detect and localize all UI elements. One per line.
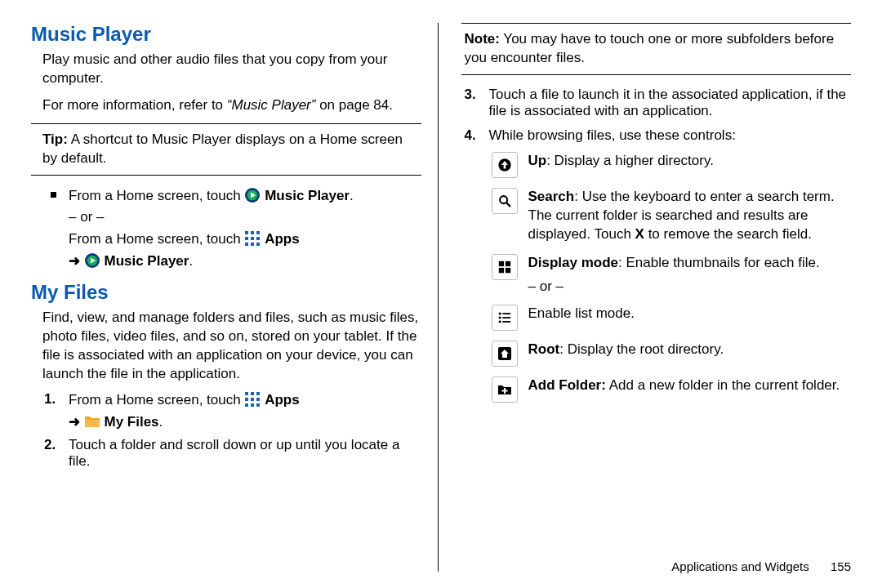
step-number: 1. (44, 391, 56, 408)
text: on page 84. (315, 97, 393, 113)
control-label: Display mode (528, 255, 619, 270)
svg-rect-25 (85, 420, 100, 427)
list-item: 1. From a Home screen, touch Apps ➜ My F… (31, 391, 421, 430)
svg-rect-39 (502, 321, 510, 323)
tip-label: Tip: (42, 131, 68, 147)
text: Touch a folder and scroll down or up unt… (69, 437, 399, 469)
list-item: 2. Touch a folder and scroll down or up … (31, 437, 421, 470)
heading-music-player: Music Player (31, 23, 421, 46)
control-label: Up (528, 153, 547, 168)
control-desc: Add a new folder in the current folder. (606, 377, 840, 393)
or-divider: – or – (528, 278, 852, 296)
text: From a Home screen, touch (69, 392, 244, 408)
control-label: Search (528, 189, 575, 204)
control-desc: : Display a higher directory. (546, 153, 714, 168)
up-icon (492, 152, 518, 178)
body-text: Play music and other audio files that yo… (31, 51, 421, 88)
arrow-icon: ➜ (69, 253, 84, 269)
apps-icon (244, 230, 261, 247)
svg-rect-20 (251, 398, 254, 401)
svg-rect-24 (256, 403, 260, 407)
add-folder-icon (492, 376, 518, 403)
home-root-icon (492, 341, 518, 367)
list-item: 3. Touch a file to launch it in the asso… (461, 87, 852, 119)
text: From a Home screen, touch (69, 188, 244, 203)
svg-rect-5 (251, 231, 254, 234)
svg-rect-22 (245, 403, 248, 407)
step-number: 2. (44, 437, 56, 453)
search-icon (492, 188, 518, 214)
page-footer: Applications and Widgets 155 (671, 559, 851, 573)
text: While browsing files, use these controls… (489, 127, 736, 143)
svg-rect-12 (256, 243, 260, 246)
control-desc: Enable list mode. (528, 305, 635, 321)
note-label: Note: (465, 31, 500, 47)
control-desc: to remove the search field. (644, 226, 812, 242)
control-row: Add Folder: Add a new folder in the curr… (489, 376, 852, 403)
period: . (189, 253, 193, 269)
x-key: X (635, 226, 644, 242)
svg-rect-34 (498, 312, 501, 314)
period: . (159, 414, 163, 430)
svg-rect-16 (245, 392, 248, 395)
svg-rect-19 (245, 398, 248, 401)
list-item: 4. While browsing files, use these contr… (461, 127, 852, 144)
control-row: Enable list mode. (489, 305, 852, 331)
tip-text: A shortcut to Music Player displays on a… (42, 131, 403, 166)
footer-section: Applications and Widgets (671, 559, 808, 573)
reference-link: “Music Player” (227, 97, 316, 113)
tip-box: Tip: A shortcut to Music Player displays… (31, 131, 421, 168)
svg-rect-18 (256, 392, 260, 395)
arrow-icon: ➜ (69, 414, 84, 430)
svg-rect-6 (256, 231, 260, 234)
control-desc: : Display the root directory. (559, 341, 724, 357)
text: For more information, refer to (42, 97, 227, 113)
list-item: From a Home screen, touch Music Player. … (31, 187, 421, 270)
body-text: For more information, refer to “Music Pl… (31, 96, 421, 115)
svg-rect-10 (245, 243, 248, 246)
svg-rect-7 (245, 237, 248, 240)
control-row: Up: Display a higher directory. (489, 152, 852, 178)
apps-label: Apps (265, 231, 300, 247)
control-row: Search: Use the keyboard to enter a sear… (489, 188, 852, 244)
heading-my-files: My Files (31, 281, 421, 304)
svg-rect-32 (498, 268, 503, 273)
control-label: Root (528, 341, 560, 357)
control-label: Add Folder: (528, 377, 606, 393)
music-player-icon (84, 252, 100, 269)
svg-rect-17 (251, 392, 254, 395)
svg-rect-36 (498, 316, 501, 318)
music-player-label: Music Player (265, 188, 350, 203)
svg-rect-43 (501, 390, 507, 391)
text: From a Home screen, touch (69, 231, 244, 247)
period: . (350, 188, 354, 203)
control-row: Root: Display the root directory. (489, 341, 852, 367)
note-text: You may have to touch one or more subfol… (465, 31, 835, 65)
folder-icon (84, 413, 100, 430)
body-text: Find, view, and manage folders and files… (31, 309, 421, 384)
svg-rect-37 (502, 317, 510, 318)
music-player-label: Music Player (104, 253, 189, 269)
svg-rect-21 (256, 398, 260, 401)
control-desc: : Enable thumbnails for each file. (618, 255, 820, 270)
music-player-icon (244, 187, 261, 203)
step-number: 3. (465, 87, 476, 103)
svg-rect-30 (498, 261, 503, 265)
list-icon (492, 305, 518, 331)
svg-rect-8 (251, 237, 254, 240)
svg-rect-4 (245, 231, 248, 234)
svg-rect-11 (251, 243, 254, 246)
text: Touch a file to launch it in the associa… (489, 87, 847, 118)
note-box: Note: You may have to touch one or more … (461, 30, 852, 68)
page-number: 155 (831, 559, 851, 573)
svg-rect-23 (251, 403, 254, 407)
apps-icon (244, 391, 261, 408)
svg-line-29 (506, 203, 510, 206)
or-divider: – or – (69, 209, 421, 225)
control-row: Display mode: Enable thumbnails for each… (489, 254, 852, 301)
apps-label: Apps (265, 392, 300, 408)
my-files-label: My Files (104, 414, 158, 430)
svg-rect-31 (505, 261, 510, 265)
svg-rect-38 (498, 320, 501, 323)
grid-icon (492, 254, 518, 280)
